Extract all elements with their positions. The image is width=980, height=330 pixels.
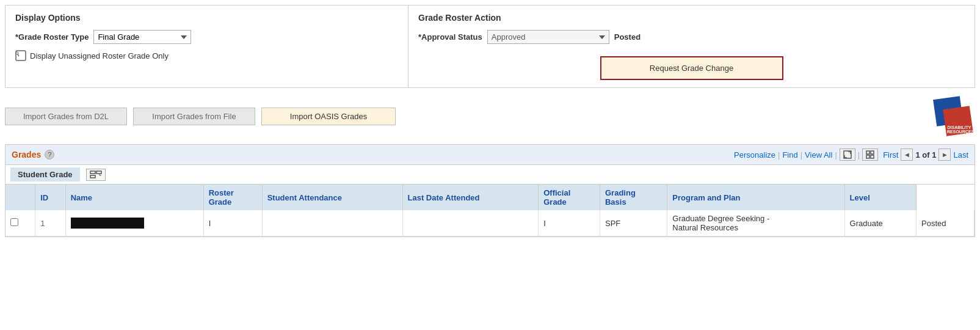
display-unassigned-label: Display Unassigned Roster Grade Only: [30, 51, 169, 61]
pagination-current: 1 of 1: [915, 150, 936, 160]
grades-title: Grades: [12, 150, 41, 160]
import-oasis-button[interactable]: Import OASIS Grades: [261, 108, 396, 125]
table-row: 1 I I SPF Graduate Degree Seeking -Natur…: [5, 210, 975, 237]
request-grade-change-wrapper: Request Grade Change: [418, 56, 965, 80]
col-header-name: Name: [65, 185, 203, 210]
display-options-panel: Display Options *Grade Roster Type Final…: [5, 6, 408, 87]
row-status: Posted: [916, 210, 975, 237]
import-file-button[interactable]: Import Grades from File: [133, 108, 255, 125]
request-grade-change-button[interactable]: Request Grade Change: [600, 56, 783, 80]
row-last-date: [402, 210, 539, 237]
row-name-cell: [65, 210, 203, 237]
grade-roster-type-label: *Grade Roster Type: [15, 32, 89, 42]
grades-table: ID Name RosterGrade Student Attendance L…: [5, 185, 975, 237]
svg-rect-6: [871, 155, 874, 158]
row-num: 1: [40, 219, 45, 228]
disability-resources-logo: DISABILITYRESOURCES: [931, 94, 975, 138]
dr-text: DISABILITYRESOURCES: [947, 125, 971, 134]
find-link[interactable]: Find: [782, 150, 797, 160]
grid-icon-btn[interactable]: [862, 148, 878, 161]
col-header-level: Level: [844, 185, 916, 210]
grade-roster-type-row: *Grade Roster Type Final Grade Midterm G…: [15, 30, 398, 44]
grid-icon: [866, 150, 874, 159]
multi-row-icon[interactable]: [86, 169, 106, 181]
col-header-grading-basis: GradingBasis: [600, 185, 667, 210]
col-header-program-plan: Program and Plan: [667, 185, 844, 210]
col-header-roster-grade: RosterGrade: [203, 185, 262, 210]
col-header-id: ID: [35, 185, 65, 210]
personalize-link[interactable]: Personalize: [734, 150, 775, 160]
col-header-checkbox: [5, 185, 35, 210]
expand-icon-btn[interactable]: [840, 148, 855, 161]
pagination-last[interactable]: Last: [953, 150, 968, 160]
row-official-grade: I: [539, 210, 600, 237]
grades-controls: Personalize | Find | View All | |: [734, 148, 878, 161]
row-checkbox-cell[interactable]: [5, 210, 35, 237]
grades-title-area: Grades ?: [12, 150, 54, 160]
approval-status-row: *Approval Status Approved Not Reviewed U…: [418, 30, 965, 44]
grades-sub-header: Student Grade: [5, 165, 975, 185]
svg-rect-7: [90, 171, 95, 174]
display-options-title: Display Options: [15, 13, 398, 23]
expand-icon: [843, 150, 852, 159]
grades-header: Grades ? Personalize | Find | View All |: [5, 145, 975, 165]
view-all-link[interactable]: View All: [805, 150, 832, 160]
col-header-official-grade: OfficialGrade: [539, 185, 600, 210]
svg-rect-5: [866, 155, 869, 158]
pagination-next[interactable]: ►: [938, 148, 951, 161]
grades-help-icon[interactable]: ?: [45, 150, 54, 160]
svg-rect-2: [844, 151, 851, 158]
svg-rect-3: [866, 151, 869, 154]
col-header-student-attendance: Student Attendance: [262, 185, 402, 210]
grades-section: Grades ? Personalize | Find | View All |: [5, 144, 975, 237]
display-unassigned-row: Display Unassigned Roster Grade Only: [15, 50, 398, 61]
pagination-first[interactable]: First: [883, 150, 898, 160]
posted-label: Posted: [614, 32, 641, 42]
svg-rect-9: [90, 175, 95, 178]
redacted-name: [71, 218, 144, 229]
main-container: Display Options *Grade Roster Type Final…: [0, 0, 980, 242]
pagination-prev[interactable]: ◄: [901, 148, 913, 161]
svg-rect-4: [871, 151, 874, 154]
grade-roster-action-title: Grade Roster Action: [418, 13, 965, 23]
action-buttons-row: Import Grades from D2L Import Grades fro…: [5, 94, 975, 138]
approval-status-label: *Approval Status: [418, 32, 482, 42]
display-unassigned-icon: [15, 50, 26, 61]
svg-rect-8: [96, 171, 101, 174]
row-roster-grade: I: [203, 210, 262, 237]
row-program-plan: Graduate Degree Seeking -Natural Resourc…: [667, 210, 844, 237]
col-header-last-date: Last Date Attended: [402, 185, 539, 210]
approval-status-select[interactable]: Approved Not Reviewed Under Review: [487, 30, 609, 44]
grade-roster-action-panel: Grade Roster Action *Approval Status App…: [408, 6, 975, 87]
row-level: Graduate: [844, 210, 916, 237]
dr-logo-inner: DISABILITYRESOURCES: [935, 98, 971, 134]
grades-table-container: ID Name RosterGrade Student Attendance L…: [5, 185, 975, 237]
pagination: First ◄ 1 of 1 ► Last: [883, 148, 968, 161]
import-d2l-button[interactable]: Import Grades from D2L: [5, 108, 127, 125]
row-checkbox[interactable]: [10, 218, 18, 226]
top-panels: Display Options *Grade Roster Type Final…: [5, 5, 975, 88]
row-num-cell: 1: [35, 210, 65, 237]
row-student-attendance: [262, 210, 402, 237]
grade-roster-type-select[interactable]: Final Grade Midterm Grade: [93, 30, 191, 44]
grades-toolbar: Personalize | Find | View All | |: [734, 148, 968, 161]
row-grading-basis: SPF: [600, 210, 667, 237]
multi-row-svg: [90, 170, 102, 179]
student-grade-label: Student Grade: [10, 167, 80, 182]
